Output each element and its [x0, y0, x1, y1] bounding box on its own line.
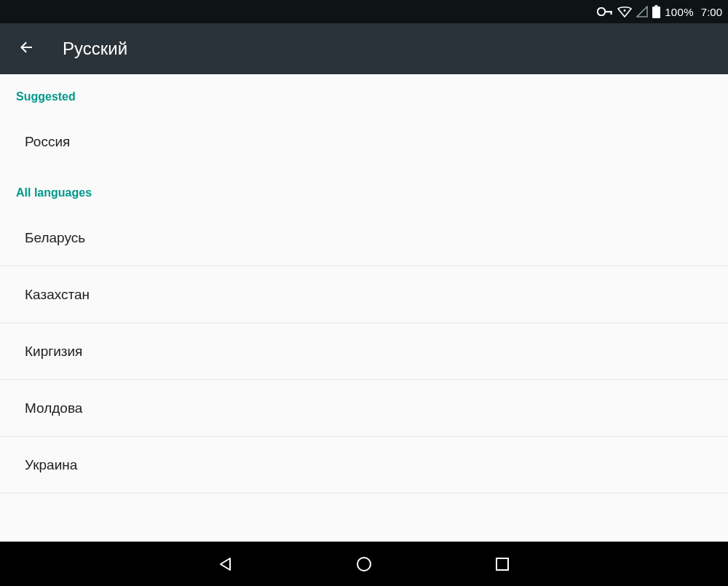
svg-rect-4	[652, 7, 660, 18]
arrow-back-icon	[17, 39, 35, 59]
nav-home-button[interactable]	[349, 550, 379, 579]
list-item[interactable]: Беларусь	[0, 210, 728, 266]
list-item-label: Молдова	[25, 400, 82, 416]
triangle-back-icon	[218, 556, 234, 572]
screen: 100% 7:00 Русский Suggested Россия All l…	[0, 0, 728, 586]
list-item-label: Казахстан	[25, 287, 90, 303]
list-item-label: Россия	[25, 134, 70, 150]
nav-recent-button[interactable]	[488, 550, 517, 579]
action-bar: Русский	[0, 23, 728, 74]
list-item-label: Беларусь	[25, 230, 85, 246]
list-item-label: Украина	[25, 457, 77, 473]
content-area: Suggested Россия All languages Беларусь …	[0, 74, 728, 542]
list-item-label: Киргизия	[25, 344, 82, 360]
vpn-key-icon	[597, 7, 613, 16]
section-header-suggested: Suggested	[0, 74, 728, 114]
wifi-icon	[617, 6, 632, 17]
navigation-bar	[0, 542, 728, 586]
nav-back-button[interactable]	[211, 550, 240, 579]
status-bar: 100% 7:00	[0, 0, 728, 23]
square-recent-icon	[495, 557, 510, 571]
svg-rect-2	[611, 11, 612, 15]
svg-rect-7	[496, 558, 508, 570]
svg-point-6	[357, 558, 371, 571]
cell-signal-icon	[636, 6, 648, 17]
svg-point-3	[624, 9, 626, 12]
list-item[interactable]: Украина	[0, 437, 728, 494]
svg-rect-5	[655, 5, 658, 7]
battery-icon	[652, 5, 660, 18]
svg-point-0	[598, 8, 605, 15]
list-item[interactable]: Молдова	[0, 380, 728, 437]
section-header-all: All languages	[0, 170, 728, 210]
list-item[interactable]: Казахстан	[0, 266, 728, 323]
status-clock: 7:00	[701, 6, 722, 18]
list-item[interactable]: Киргизия	[0, 323, 728, 380]
back-button[interactable]	[13, 36, 39, 62]
list-item[interactable]: Россия	[0, 114, 728, 170]
battery-percent: 100%	[665, 6, 694, 18]
circle-home-icon	[355, 555, 373, 573]
page-title: Русский	[63, 39, 127, 59]
